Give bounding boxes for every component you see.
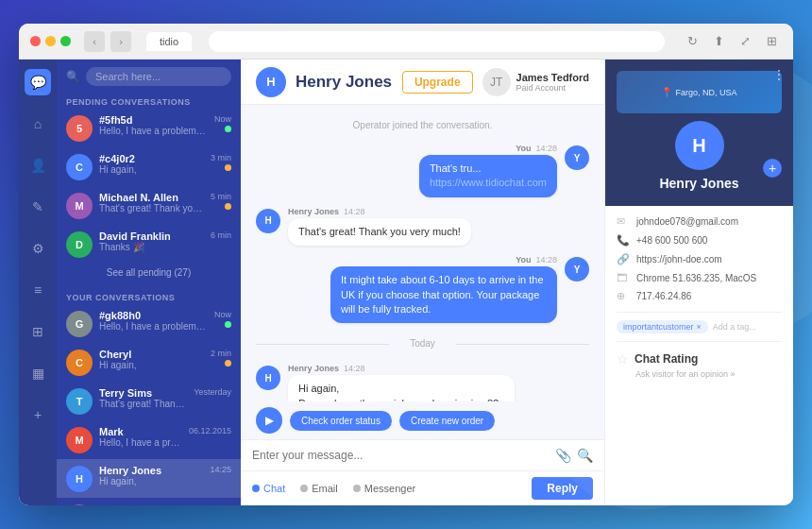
reply-button[interactable]: Reply [532,477,593,500]
chat-tab-label: Chat [263,483,285,494]
message-meta: Henry Jones 14:28 [288,207,471,216]
conv-info: Mark Hello, I have a problem with my wid… [99,426,182,448]
conv-time: 2 min [211,349,231,358]
conv-item-your-4[interactable]: M Mark Hello, I have a problem with my w… [57,420,241,459]
conv-name: #c4j0r2 [99,153,204,164]
add-tag-button[interactable]: Add a tag... [713,322,756,332]
grid-button[interactable]: ⊞ [761,31,782,52]
conv-meta: 06.12.2015 [189,426,231,435]
conv-meta: Yesterday [194,387,231,397]
tab-email[interactable]: Email [300,483,338,494]
contact-name: Henry Jones [659,176,738,191]
conv-item-pending-3[interactable]: M Michael N. Allen That's great! Thank y… [57,186,241,225]
avatar: M [66,427,93,453]
contact-avatar: H [675,121,724,170]
message-meta: You 14:28 [516,144,557,153]
create-order-button[interactable]: Create new order [399,411,495,431]
sidebar-item-chat[interactable]: 💬 [25,69,51,95]
sidebar-item-apps[interactable]: ⊞ [25,318,51,345]
sidebar-item-chart[interactable]: ▦ [25,360,51,386]
search-input[interactable] [86,67,231,86]
sidebar-item-home[interactable]: ⌂ [25,111,51,137]
star-icon: ☆ [617,351,629,367]
sidebar-item-settings[interactable]: ⚙ [25,235,51,262]
conv-item-your-2[interactable]: C Cheryl Hi again, 2 min [57,343,241,382]
message-input[interactable] [252,449,548,462]
avatar: C [66,154,93,180]
add-contact-button[interactable]: + [763,159,782,178]
sidebar-item-edit[interactable]: ✎ [25,194,51,220]
location-map: 📍 Fargo, ND, USA [617,71,782,113]
sidebar-item-sliders[interactable]: ≡ [25,277,51,303]
tag-remove-icon[interactable]: × [697,322,702,332]
conv-item-your-1[interactable]: G #gk88h0 Hello, I have a problem with m… [57,304,241,343]
conv-info: Cheryl Hi again, [99,349,204,370]
message-bubble: That's great! Thank you very much! [288,218,471,246]
dot-red[interactable] [30,36,41,46]
search-in-chat-icon[interactable]: 🔍 [577,448,593,463]
dot-green[interactable] [60,36,71,46]
conv-preview: Hello, I have a problem with my wid... [99,437,182,448]
chat-header-right: Upgrade JT James Tedford Paid Account [402,68,589,96]
conv-meta: Now [214,114,231,132]
attachment-icon[interactable]: 📎 [555,448,571,463]
message-bubble: That's tru...https://www.tidiochat.com [419,155,557,197]
conv-time: Yesterday [194,387,231,397]
dot-yellow[interactable] [45,36,56,46]
message-row-4: H Henry Jones 14:28 Hi again,Do you have… [256,364,589,401]
back-button[interactable]: ‹ [84,31,105,52]
conv-item-your-5[interactable]: H Henry Jones Hi again, 14:25 [57,459,241,498]
fullscreen-button[interactable]: ⤢ [735,31,755,52]
email-tab-dot [300,485,308,492]
website-row: 🔗 https://john-doe.com [617,253,782,265]
browser-bar: ‹ › tidio ↻ ⬆ ⤢ ⊞ [19,24,793,60]
message-avatar: Y [565,145,589,170]
conv-preview: Hi again, [99,476,203,486]
message-bubble: Hi again,Do you have those pink sneakers… [288,375,515,401]
message-avatar: H [256,366,280,390]
conv-time: 3 min [211,153,231,162]
avatar: D [66,231,93,258]
address-bar[interactable] [209,31,665,52]
conv-item-pending-4[interactable]: D David Franklin Thanks 🎉 6 min [57,225,241,264]
conv-time: 06.12.2015 [189,426,231,435]
upgrade-button[interactable]: Upgrade [402,71,473,94]
refresh-button[interactable]: ↻ [682,31,702,52]
conv-badge [225,126,231,132]
sidebar-item-add[interactable]: + [25,401,51,428]
agent-info: James Tedford Paid Account [516,72,589,93]
sidebar-menu-icon[interactable]: ⋮ [772,67,786,82]
conv-preview: Hi again, [99,164,204,175]
send-icon-button[interactable]: ▶ [256,407,282,434]
agent-status: Paid Account [516,83,589,93]
message-avatar: H [256,209,280,233]
share-button[interactable]: ⬆ [708,31,729,52]
browser-icon: 🗔 [617,272,630,283]
messages-container[interactable]: Operator joined the conversation. Y You … [241,105,604,401]
check-order-button[interactable]: Check order status [290,411,392,431]
conv-preview: Hello, I have a problem with my wid... [99,321,208,332]
forward-button[interactable]: › [110,31,131,52]
email-row: ✉ johndoe078@gmail.com [617,215,782,228]
ip-row: ⊕ 717.46.24.86 [617,290,782,302]
conv-info: #c4j0r2 Hi again, [99,153,204,175]
conv-item-pending-1[interactable]: 5 #5fh5d Hello, I have a problem with my… [57,109,241,147]
browser-nav: ‹ › [84,31,131,52]
conv-item-pending-2[interactable]: C #c4j0r2 Hi again, 3 min [57,147,241,186]
conv-name: Mark [99,426,182,437]
messenger-tab-label: Messenger [364,483,415,494]
icon-sidebar: 💬 ⌂ 👤 ✎ ⚙ ≡ ⊞ ▦ + [19,60,57,505]
conv-item-your-3[interactable]: T Terry Sims That's great! Thank you ver… [57,382,241,420]
message-row-1: Y You 14:28 That's tru...https://www.tid… [256,144,589,197]
sidebar-item-users[interactable]: 👤 [25,152,51,179]
pending-section-header: PENDING CONVERSATIONS [57,94,241,109]
see-all-pending[interactable]: See all pending (27) [57,264,241,282]
message-bubble-group: You 14:28 It might take about 6-10 days … [330,255,557,323]
tag-item[interactable]: importantcustomer × [617,320,708,333]
tab-messenger[interactable]: Messenger [353,483,415,494]
conv-meta: 5 min [211,192,231,210]
conv-preview: That's great! Thank you very much! [99,399,187,409]
tab-chat[interactable]: Chat [252,483,285,494]
conv-item-your-6[interactable]: D Dean 10:55 [57,498,241,505]
browser-tab[interactable]: tidio [146,32,192,51]
